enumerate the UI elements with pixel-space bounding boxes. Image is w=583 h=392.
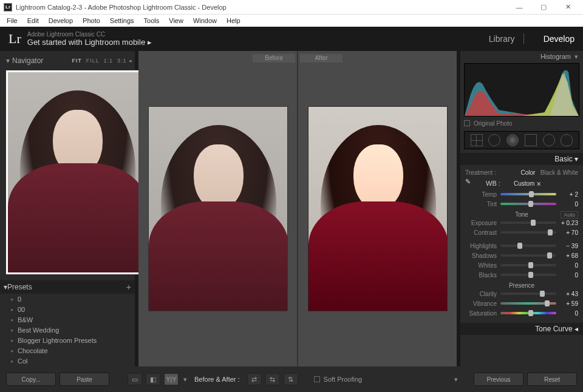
histogram-header[interactable]: Histogram▾ (460, 51, 583, 62)
treatment-bw[interactable]: Black & White (540, 169, 578, 176)
window-maximize-button[interactable]: ▢ (532, 0, 555, 15)
copy-before-button[interactable]: ⇆ (265, 373, 280, 385)
get-started-link[interactable]: Get started with Lightroom mobile ▸ (27, 38, 152, 47)
highlights-slider[interactable] (500, 245, 556, 247)
preset-folder[interactable]: ▸Blogger Lightroom Presets (6, 335, 132, 345)
menu-settings[interactable]: Settings (106, 17, 138, 24)
menu-photo[interactable]: Photo (78, 17, 104, 24)
contrast-slider[interactable] (500, 231, 556, 234)
shadows-slider[interactable] (500, 254, 556, 257)
menu-tools[interactable]: Tools (140, 17, 164, 24)
temp-slider[interactable] (500, 193, 556, 195)
treatment-color[interactable]: Color (521, 169, 536, 176)
window-close-button[interactable]: ✕ (556, 0, 579, 15)
saturation-value[interactable]: 0 (560, 310, 578, 317)
redeye-tool[interactable] (506, 134, 519, 146)
clarity-slider[interactable] (500, 292, 556, 295)
preset-folder[interactable]: ▸Col (6, 356, 132, 366)
work-area: ▾ Navigator FIT FILL 1:1 3:1 ◂ ▾ Presets… (0, 51, 583, 367)
presets-header[interactable]: ▾ Presets + (0, 280, 135, 294)
preset-folder[interactable]: ▸Chocolate (6, 345, 132, 356)
menu-edit[interactable]: Edit (23, 17, 43, 24)
clarity-value[interactable]: + 43 (560, 291, 578, 297)
saturation-slider[interactable] (500, 312, 556, 314)
original-photo-toggle[interactable]: Original Photo (464, 118, 579, 129)
chevron-down-icon: ▾ (573, 155, 578, 163)
chevron-down-icon: ▾ (6, 56, 10, 65)
exposure-slider[interactable] (500, 221, 556, 224)
chevron-right-icon: ▸ (11, 337, 14, 343)
window-titlebar: Lr Lightroom Catalog-2-3 - Adobe Photosh… (0, 0, 583, 15)
window-title: Lightroom Catalog-2-3 - Adobe Photoshop … (16, 4, 508, 11)
checkbox-icon (314, 376, 320, 382)
tonecurve-header[interactable]: Tone Curve ◂ (460, 323, 583, 335)
before-after-split-button[interactable]: Y|Y (164, 373, 179, 385)
copy-button[interactable]: Copy... (6, 373, 56, 386)
before-after-lr-button[interactable]: ◧ (146, 373, 160, 385)
chevron-right-icon: ▸ (11, 358, 14, 364)
shadows-value[interactable]: + 68 (560, 252, 578, 259)
navigator-header[interactable]: ▾ Navigator FIT FILL 1:1 3:1 ◂ (6, 55, 132, 67)
right-panel: Histogram▾ Original Photo Basic ▾ (460, 51, 583, 367)
menu-help[interactable]: Help (222, 17, 245, 24)
vibrance-slider[interactable] (500, 302, 556, 305)
chevron-right-icon: ▸ (11, 348, 14, 354)
preset-folder[interactable]: ▸Cole's LR Presets (6, 366, 132, 367)
treatment-label: Treatment : (465, 169, 496, 176)
preset-folder[interactable]: ▸0 (6, 294, 132, 304)
adjustment-brush-tool[interactable] (561, 134, 573, 146)
original-photo-label: Original Photo (474, 120, 512, 127)
preset-folder[interactable]: ▸Best Wedding (6, 325, 132, 335)
preset-folder[interactable]: ▸B&W (6, 314, 132, 325)
vibrance-value[interactable]: + 59 (560, 300, 578, 307)
preset-folder-label: B&W (18, 316, 33, 323)
copy-after-button[interactable]: ⇅ (284, 373, 298, 385)
whites-value[interactable]: 0 (560, 262, 578, 269)
tint-slider[interactable] (500, 203, 556, 205)
auto-button[interactable]: Auto (561, 211, 578, 218)
whites-slider[interactable] (500, 264, 556, 266)
reset-button[interactable]: Reset (527, 373, 577, 386)
before-after-label: Before & After : (194, 376, 240, 383)
paste-button[interactable]: Paste (60, 373, 109, 386)
crop-tool[interactable] (471, 134, 483, 146)
vibrance-label: Vibrance (465, 300, 497, 307)
tonecurve-title: Tone Curve (535, 325, 572, 333)
module-develop[interactable]: Develop (544, 34, 574, 44)
bb-chevron-icon[interactable]: ▾ (183, 376, 187, 384)
module-library[interactable]: Library (489, 34, 515, 44)
menu-view[interactable]: View (165, 17, 188, 24)
add-preset-button[interactable]: + (126, 282, 131, 292)
wb-select[interactable]: Custom ⨯ (514, 180, 541, 187)
menu-file[interactable]: File (2, 17, 22, 24)
blacks-slider[interactable] (500, 274, 556, 276)
menu-window[interactable]: Window (189, 17, 221, 24)
window-minimize-button[interactable]: — (508, 0, 531, 15)
spot-removal-tool[interactable] (488, 134, 500, 146)
lightroom-logo: Lr (9, 31, 21, 47)
toolbar-chevron-icon[interactable]: ▾ (454, 376, 458, 384)
temp-value[interactable]: + 2 (560, 191, 578, 198)
navigator-zoom-modes[interactable]: FIT FILL 1:1 3:1 ◂ (72, 58, 132, 64)
swap-button[interactable]: ⇄ (247, 373, 262, 385)
histogram[interactable] (464, 63, 579, 117)
navigator-thumbnail[interactable] (6, 70, 145, 274)
tint-value[interactable]: 0 (560, 201, 578, 208)
preset-folder[interactable]: ▸00 (6, 304, 132, 314)
checkbox-icon (464, 120, 470, 126)
image-viewer[interactable]: Before After (138, 51, 457, 367)
preset-folder-label: Best Wedding (18, 326, 59, 334)
soft-proofing-toggle[interactable]: Soft Proofing (314, 376, 363, 383)
menu-develop[interactable]: Develop (44, 17, 77, 24)
highlights-value[interactable]: − 39 (560, 243, 578, 249)
basic-panel-header[interactable]: Basic ▾ (460, 153, 583, 165)
eyedropper-icon[interactable]: ✎ (465, 178, 476, 189)
contrast-value[interactable]: + 70 (560, 229, 578, 236)
loupe-view-button[interactable]: ▭ (128, 373, 142, 385)
graduated-filter-tool[interactable] (525, 134, 537, 146)
soft-proofing-label: Soft Proofing (324, 376, 363, 383)
previous-button[interactable]: Previous (474, 373, 523, 386)
radial-filter-tool[interactable] (543, 134, 555, 146)
exposure-value[interactable]: + 0.23 (560, 220, 578, 226)
blacks-value[interactable]: 0 (560, 272, 578, 279)
